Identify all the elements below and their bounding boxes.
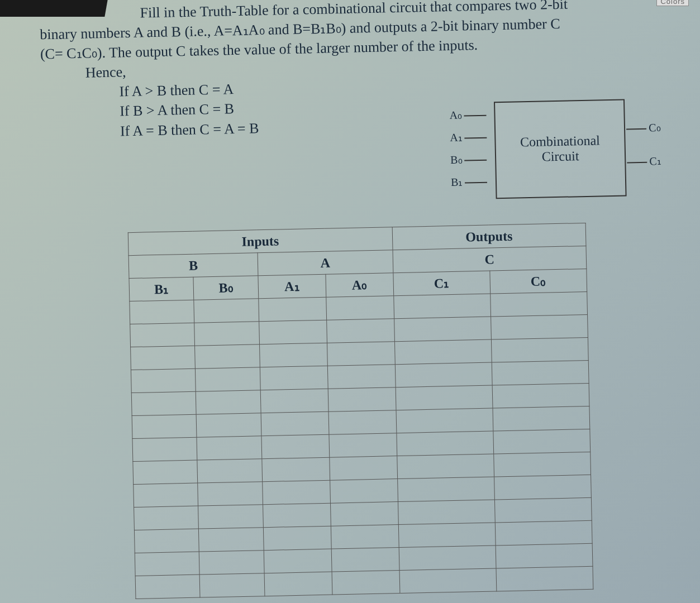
- table-cell: [331, 548, 399, 572]
- table-cell: [332, 571, 400, 595]
- col-a0: A₀: [326, 273, 394, 298]
- table-cell: [264, 572, 332, 596]
- table-cell: [196, 390, 261, 414]
- table-cell: [260, 389, 328, 413]
- output-port-c1: C₁: [625, 154, 661, 168]
- table-cell: [330, 502, 398, 527]
- table-cell: [396, 385, 493, 410]
- circuit-block: Combinational Circuit: [494, 99, 627, 199]
- table-cell: [135, 552, 199, 576]
- circuit-diagram: Combinational Circuit A₀ A₁ B₀ B₁ C₀ C₁: [449, 93, 664, 209]
- table-cell: [395, 362, 492, 387]
- header-a: A: [258, 250, 393, 276]
- table-cell: [328, 387, 396, 412]
- col-b0: B₀: [193, 276, 258, 300]
- table-cell: [130, 323, 195, 347]
- table-cell: [196, 367, 260, 391]
- table-cell: [134, 483, 198, 507]
- table-cell: [493, 429, 591, 454]
- table-cell: [330, 479, 398, 504]
- input-port-b0: B₀: [450, 152, 489, 166]
- table-cell: [492, 383, 589, 408]
- table-cell: [133, 460, 198, 484]
- table-cell: [134, 529, 199, 553]
- table-cell: [328, 410, 397, 435]
- block-label: Combinational: [520, 133, 600, 150]
- table-cell: [194, 299, 259, 323]
- block-label: Circuit: [541, 149, 579, 164]
- col-c1: C₁: [393, 271, 490, 296]
- table-body: [130, 291, 593, 599]
- table-cell: [329, 433, 397, 458]
- table-cell: [327, 365, 396, 389]
- table-cell: [393, 294, 491, 319]
- table-cell: [495, 520, 592, 545]
- table-cell: [263, 480, 331, 505]
- table-cell: [134, 506, 199, 530]
- table-cell: [398, 500, 495, 525]
- table-cell: [259, 320, 327, 344]
- port-label: C₀: [649, 121, 661, 133]
- table-cell: [493, 406, 590, 431]
- table-cell: [195, 344, 260, 368]
- table-cell: [131, 346, 196, 370]
- table-cell: [131, 368, 196, 393]
- port-label: B₁: [451, 176, 463, 188]
- table-cell: [194, 322, 259, 346]
- table-cell: [397, 454, 494, 479]
- port-label: A₀: [449, 109, 462, 121]
- document-page: Fill in the Truth-Table for a combinatio…: [22, 0, 694, 603]
- table-cell: [491, 337, 588, 362]
- table-cell: [132, 437, 197, 461]
- port-label: C₁: [649, 155, 661, 167]
- truth-table-container: Inputs Outputs B A C B₁ B₀ A₁ A₀ C₁ C₀: [128, 223, 594, 599]
- table-cell: [394, 317, 491, 342]
- output-port-c0: C₀: [624, 121, 661, 135]
- table-cell: [198, 505, 263, 529]
- input-port-a1: A₁: [450, 130, 489, 144]
- table-cell: [264, 549, 332, 573]
- table-cell: [259, 343, 327, 367]
- table-cell: [197, 413, 261, 437]
- table-cell: [131, 391, 196, 415]
- table-cell: [198, 482, 263, 506]
- table-cell: [492, 360, 589, 385]
- table-cell: [394, 339, 492, 365]
- table-cell: [398, 523, 496, 548]
- table-cell: [494, 475, 591, 500]
- table-cell: [263, 503, 331, 528]
- table-cell: [496, 566, 593, 591]
- table-cell: [200, 573, 265, 597]
- table-cell: [197, 436, 261, 460]
- table-cell: [493, 452, 591, 477]
- col-a1: A₁: [258, 274, 326, 299]
- port-label: A₁: [450, 131, 463, 143]
- table-cell: [491, 314, 588, 339]
- input-port-a0: A₀: [449, 108, 489, 122]
- input-port-b1: B₁: [451, 175, 490, 189]
- table-cell: [490, 291, 587, 317]
- table-cell: [263, 526, 331, 551]
- table-cell: [327, 342, 395, 366]
- table-cell: [261, 434, 330, 459]
- table-cell: [331, 525, 399, 549]
- table-cell: [132, 414, 197, 438]
- table-cell: [261, 411, 329, 436]
- table-cell: [399, 568, 497, 594]
- table-cell: [259, 297, 327, 322]
- port-label: B₀: [450, 154, 463, 166]
- col-c0: C₀: [490, 269, 587, 294]
- table-cell: [496, 543, 593, 568]
- table-cell: [262, 457, 330, 482]
- table-cell: [199, 551, 264, 575]
- header-c: C: [393, 246, 587, 272]
- table-cell: [197, 459, 262, 483]
- table-cell: [396, 431, 493, 456]
- table-cell: [130, 300, 194, 324]
- table-cell: [326, 296, 394, 320]
- table-cell: [135, 575, 200, 599]
- table-cell: [396, 408, 493, 433]
- truth-table: Inputs Outputs B A C B₁ B₀ A₁ A₀ C₁ C₀: [128, 223, 594, 599]
- col-b1: B₁: [129, 277, 194, 301]
- table-cell: [260, 366, 328, 390]
